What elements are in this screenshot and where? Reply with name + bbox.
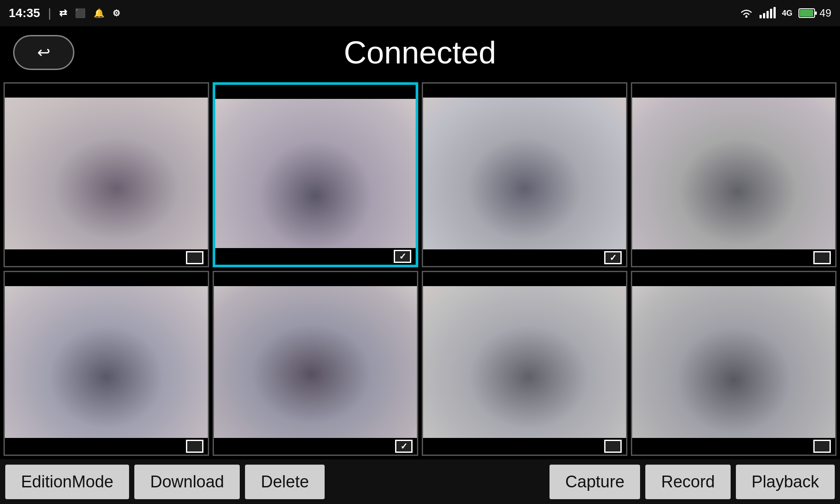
checkmark-2: ✓ — [399, 251, 406, 262]
svg-rect-3 — [815, 11, 817, 15]
status-bar: 14:35 | ⇄ ⬛ 🔔 ⚙ 4G — [0, 0, 840, 26]
bottom-bar-4 — [632, 249, 835, 266]
wifi-icon — [739, 7, 753, 19]
battery: 49 — [798, 7, 831, 19]
back-button[interactable]: ↩ — [13, 35, 74, 70]
delete-button[interactable]: Delete — [245, 465, 325, 499]
checkbox-7[interactable] — [604, 440, 622, 453]
usb-icon: ⇄ — [59, 7, 67, 19]
toolbar: EditionMode Download Delete Capture Reco… — [0, 459, 840, 504]
separator: | — [48, 6, 51, 20]
bottom-bar-3: ✓ — [423, 249, 626, 266]
grid-item-3[interactable]: ✓ — [422, 82, 627, 267]
grid-item-7[interactable] — [422, 271, 627, 456]
top-bar-4 — [632, 84, 835, 98]
capture-button[interactable]: Capture — [550, 465, 640, 499]
thumbnail-4 — [632, 98, 835, 249]
checkmark-3: ✓ — [609, 252, 617, 263]
thumbnail-3 — [423, 98, 626, 249]
grid-item-2[interactable]: ✓ — [213, 82, 418, 267]
checkbox-6[interactable]: ✓ — [395, 440, 413, 453]
grid-item-1[interactable] — [4, 82, 209, 267]
top-bar-1 — [5, 84, 208, 98]
status-right: 4G 49 — [739, 7, 831, 19]
svg-point-0 — [746, 16, 748, 18]
thumbnail-8 — [632, 286, 835, 438]
gallery-icon: ⬛ — [75, 8, 86, 18]
checkmark-6: ✓ — [400, 441, 408, 452]
bottom-bar-2: ✓ — [215, 248, 416, 265]
bottom-bar-5 — [5, 438, 208, 455]
grid-item-5[interactable] — [4, 271, 209, 456]
bottom-bar-7 — [423, 438, 626, 455]
checkbox-2[interactable]: ✓ — [394, 250, 411, 263]
download-button[interactable]: Download — [134, 465, 240, 499]
header: ↩ Connected — [0, 26, 840, 79]
page-title: Connected — [344, 35, 496, 70]
thumbnail-2 — [215, 99, 416, 248]
toolbar-right: Capture Record Playback — [550, 465, 835, 499]
network-type: 4G — [782, 9, 792, 18]
checkbox-3[interactable]: ✓ — [604, 251, 622, 264]
thumbnail-7 — [423, 286, 626, 438]
record-button[interactable]: Record — [645, 465, 731, 499]
grid-item-4[interactable] — [631, 82, 836, 267]
bottom-bar-6: ✓ — [214, 438, 417, 455]
thumbnail-6 — [214, 286, 417, 438]
top-bar-6 — [214, 272, 417, 286]
grid-item-8[interactable] — [631, 271, 836, 456]
status-left: 14:35 | ⇄ ⬛ 🔔 ⚙ — [9, 6, 120, 20]
bottom-bar-1 — [5, 249, 208, 266]
edition-mode-button[interactable]: EditionMode — [5, 465, 129, 499]
top-bar-8 — [632, 272, 835, 286]
notification-icon: 🔔 — [94, 8, 105, 18]
signal-bars — [760, 8, 776, 18]
image-grid: ✓ ✓ ✓ — [0, 79, 840, 459]
tools-icon: ⚙ — [112, 8, 120, 18]
back-arrow-icon: ↩ — [37, 43, 50, 62]
checkbox-1[interactable] — [186, 251, 203, 264]
checkbox-4[interactable] — [813, 251, 831, 264]
checkbox-5[interactable] — [186, 440, 203, 453]
toolbar-left: EditionMode Download Delete — [5, 465, 325, 499]
top-bar-7 — [423, 272, 626, 286]
checkbox-8[interactable] — [813, 440, 831, 453]
battery-percent: 49 — [819, 7, 831, 19]
svg-rect-2 — [800, 10, 813, 17]
clock: 14:35 — [9, 6, 40, 20]
thumbnail-1 — [5, 98, 208, 249]
grid-item-6[interactable]: ✓ — [213, 271, 418, 456]
top-bar-2 — [215, 85, 416, 99]
top-bar-5 — [5, 272, 208, 286]
playback-button[interactable]: Playback — [736, 465, 835, 499]
top-bar-3 — [423, 84, 626, 98]
thumbnail-5 — [5, 286, 208, 438]
bottom-bar-8 — [632, 438, 835, 455]
